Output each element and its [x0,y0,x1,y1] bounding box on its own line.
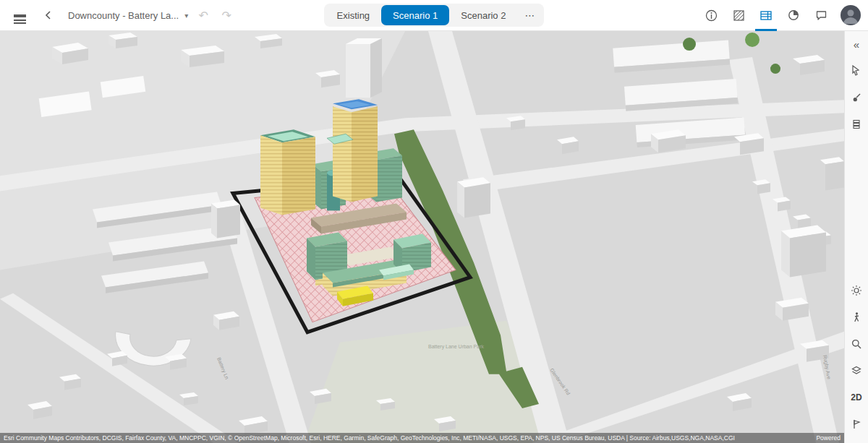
attribution-text: Esri Community Maps Contributors, DCGIS,… [4,433,735,443]
tower-b [327,99,378,202]
menu-button[interactable] [7,4,32,26]
app-header: Downcounty - Battery La... ▾ ↶ ↷ Existin… [0,0,868,31]
daylight-button[interactable] [847,282,866,299]
scenario-more-button[interactable]: ⋯ [517,5,542,25]
floors-tool-button[interactable] [847,116,866,133]
select-tool-button[interactable] [847,62,866,79]
powered-by-text: Powered [816,433,841,443]
layers-icon [851,365,862,377]
paint-tool-button[interactable] [847,89,866,106]
undo-button[interactable]: ↶ [194,4,213,26]
map-attribution: Esri Community Maps Contributors, DCGIS,… [0,433,844,443]
paintbrush-icon [851,92,862,103]
info-icon [705,9,718,22]
dashboard-button[interactable] [781,4,806,26]
donut-chart-icon [787,9,800,22]
toggle-2d-button[interactable]: 2D [847,389,866,406]
plan-title[interactable]: Downcounty - Battery La... [68,10,179,21]
flag-button[interactable] [847,416,866,433]
park-label: Battery Lane Urban Park [428,344,484,350]
person-icon [841,5,861,25]
scene-3d: Battery Ln Battery Lane Urban Park Glenb… [0,31,844,443]
hamburger-icon [14,14,26,16]
toggle-2d-label: 2D [851,392,861,403]
cursor-arrow-icon [851,65,862,77]
comments-button[interactable] [809,4,833,26]
pedestrian-view-button[interactable] [847,309,866,326]
chevron-left-icon [43,9,54,21]
flag-icon [851,418,862,430]
app-window: Downcounty - Battery La... ▾ ↶ ↷ Existin… [0,0,868,443]
tab-existing[interactable]: Existing [326,5,382,25]
right-toolbar: « 2D [844,31,868,443]
sun-icon [851,285,862,296]
user-avatar[interactable] [841,5,861,25]
scenario-switcher: Existing Scenario 1 Scenario 2 ⋯ [324,4,545,27]
collapse-panel-button[interactable]: « [847,35,866,53]
info-button[interactable] [699,4,723,26]
tower-a [260,129,315,215]
double-chevron-left-icon: « [854,38,859,51]
tab-scenario-1[interactable]: Scenario 1 [381,5,449,25]
basemap-button[interactable] [847,362,866,379]
hatched-square-icon [733,9,745,22]
chevron-down-icon[interactable]: ▾ [184,12,188,20]
magnifier-icon [851,338,862,350]
zoning-button[interactable] [726,4,751,26]
map-canvas[interactable]: Battery Ln Battery Lane Urban Park Glenb… [0,31,844,443]
chat-bubble-icon [815,9,827,22]
data-table-icon [760,9,773,22]
walking-person-icon [851,311,862,323]
zoom-to-button[interactable] [847,335,866,353]
tab-scenario-2[interactable]: Scenario 2 [449,5,517,25]
details-panel-button[interactable] [754,4,778,26]
building-floors-icon [851,119,862,130]
redo-button[interactable]: ↷ [217,4,236,26]
back-button[interactable] [36,4,61,26]
